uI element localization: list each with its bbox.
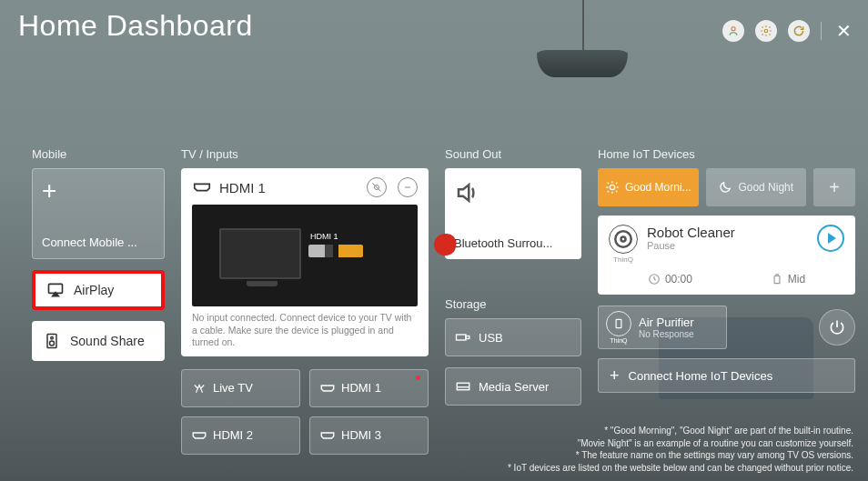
usb-icon: [455, 331, 471, 344]
usb-tile[interactable]: USB: [445, 318, 581, 356]
usb-label: USB: [479, 331, 503, 345]
mobile-label: Mobile: [32, 147, 165, 161]
night-label: Good Night: [738, 181, 793, 194]
mobile-column: Mobile + Connect Mobile ... AirPlay Soun…: [32, 147, 165, 455]
antenna-icon: [191, 382, 207, 395]
svg-rect-7: [457, 335, 467, 340]
hdmi-icon: [192, 181, 212, 194]
soundshare-tile[interactable]: Sound Share: [32, 321, 165, 361]
play-button[interactable]: [817, 225, 844, 252]
pointer-icon: [434, 234, 456, 256]
hdmi-icon: [319, 382, 336, 395]
svg-rect-8: [466, 336, 469, 339]
airplay-icon: [46, 281, 65, 299]
no-signal-icon: [367, 177, 387, 197]
close-icon[interactable]: ✕: [833, 20, 855, 42]
input-preview: HDMI 1: [192, 205, 418, 306]
power-button[interactable]: [819, 309, 855, 346]
svg-rect-9: [457, 383, 469, 390]
storage-label: Storage: [445, 297, 581, 311]
active-input-card[interactable]: HDMI 1 HDMI 1 No input connected. Connec…: [181, 168, 429, 356]
svg-point-11: [615, 231, 631, 247]
air-status: No Response: [639, 329, 694, 339]
airplay-tile[interactable]: AirPlay: [32, 270, 165, 310]
hdmi-icon: [191, 429, 207, 442]
connect-mobile-label: Connect Mobile ...: [42, 235, 155, 249]
header-divider: [821, 22, 822, 40]
livetv-label: Live TV: [213, 381, 253, 395]
inputs-column: TV / Inputs HDMI 1 HDMI 1 No input conne…: [181, 147, 429, 455]
thinq-label-2: ThinQ: [610, 337, 627, 344]
input-hdmi1[interactable]: HDMI 1: [309, 369, 429, 407]
footnote-1: * "Good Morning", "Good Night" are part …: [508, 425, 853, 437]
footnote-2: "Movie Night" is an example of a routine…: [508, 437, 853, 450]
clock-icon: [648, 273, 661, 286]
device-name: Robot Cleaner: [647, 225, 808, 240]
volume-icon: [454, 179, 481, 206]
page-title: Home Dashboard: [18, 9, 253, 43]
routine-add[interactable]: +: [813, 168, 855, 206]
iot-column: Home IoT Devices Good Morni... Good Nigh…: [598, 147, 855, 455]
hdmi3-label: HDMI 3: [341, 428, 381, 442]
svg-point-4: [51, 336, 54, 339]
air-purifier-card[interactable]: ThinQ Air Purifier No Response: [598, 306, 727, 349]
speaker-icon: [43, 332, 61, 350]
svg-point-5: [50, 341, 55, 346]
input-livetv[interactable]: Live TV: [181, 369, 300, 407]
account-icon[interactable]: [722, 20, 744, 42]
plus-icon: +: [610, 366, 620, 386]
morning-label: Good Morni...: [625, 181, 691, 194]
media-server-tile[interactable]: Media Server: [445, 367, 581, 406]
inputs-label: TV / Inputs: [181, 147, 429, 161]
lamp-shade: [537, 50, 628, 77]
active-dot-icon: [416, 376, 420, 380]
battery-icon: [771, 273, 783, 286]
refresh-icon[interactable]: [788, 20, 810, 42]
connect-iot-tile[interactable]: + Connect Home IoT Devices: [598, 358, 855, 393]
svg-point-12: [621, 237, 626, 242]
svg-point-10: [610, 185, 614, 189]
footnote-3: * The feature name on the settings may v…: [508, 449, 853, 462]
input-hdmi3[interactable]: HDMI 3: [309, 416, 429, 455]
routine-good-night[interactable]: Good Night: [706, 168, 807, 206]
port-overlay-label: HDMI 1: [310, 232, 338, 241]
airplay-label: AirPlay: [74, 283, 114, 297]
routine-good-morning[interactable]: Good Morni...: [598, 168, 699, 206]
iot-label: Home IoT Devices: [598, 147, 855, 161]
play-icon: [828, 233, 836, 244]
soundshare-label: Sound Share: [70, 334, 145, 348]
plus-icon: +: [42, 178, 155, 204]
device-time: 00:00: [665, 273, 692, 286]
media-label: Media Server: [479, 380, 549, 394]
moon-icon: [718, 180, 732, 195]
soundout-label: Sound Out: [445, 147, 581, 161]
air-name: Air Purifier: [639, 316, 694, 329]
sound-device-name: Bluetooth Surrou...: [454, 236, 572, 250]
svg-rect-14: [774, 276, 780, 284]
header-buttons: ✕: [722, 20, 855, 42]
robot-cleaner-card[interactable]: ThinQ Robot Cleaner Pause 00:00 Mid: [598, 215, 855, 295]
robot-icon: [609, 225, 638, 254]
hdmi2-label: HDMI 2: [213, 428, 253, 442]
minus-icon[interactable]: [398, 177, 418, 197]
sound-out-card[interactable]: Bluetooth Surrou...: [445, 168, 581, 259]
device-battery: Mid: [788, 273, 805, 286]
server-icon: [455, 380, 471, 393]
footnote-4: * IoT devices are listed on the website …: [508, 462, 853, 475]
connect-iot-label: Connect Home IoT Devices: [629, 369, 773, 383]
active-input-name: HDMI 1: [219, 180, 356, 195]
sun-icon: [605, 180, 620, 195]
sound-storage-column: Sound Out Bluetooth Surrou... Storage US…: [445, 147, 581, 455]
connect-mobile-tile[interactable]: + Connect Mobile ...: [32, 168, 165, 259]
purifier-icon: [606, 311, 631, 336]
svg-rect-15: [616, 319, 621, 327]
hdmi1-label: HDMI 1: [341, 381, 381, 395]
input-hdmi2[interactable]: HDMI 2: [181, 416, 300, 455]
svg-point-0: [732, 27, 735, 31]
thinq-label: ThinQ: [613, 256, 633, 264]
settings-icon[interactable]: [755, 20, 777, 42]
footnotes: * "Good Morning", "Good Night" are part …: [508, 425, 853, 474]
input-message: No input connected. Connect device to yo…: [192, 312, 418, 349]
device-status: Pause: [647, 240, 808, 251]
hdmi-icon: [319, 429, 336, 442]
